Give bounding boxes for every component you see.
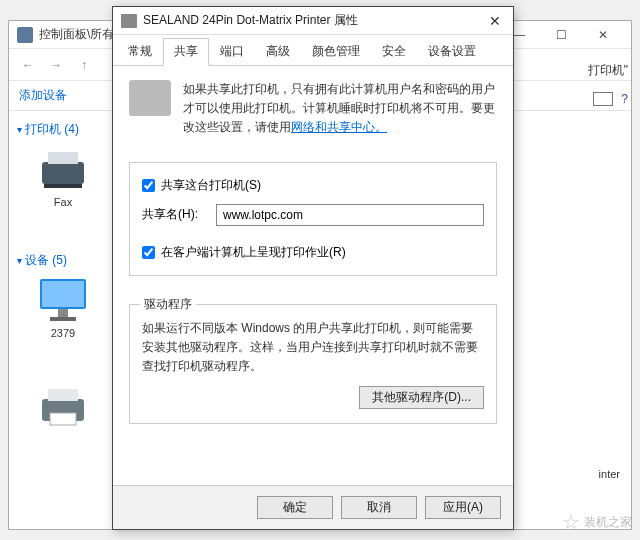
tab-security[interactable]: 安全: [371, 38, 417, 66]
monitor-icon: [36, 277, 90, 325]
tab-sharing[interactable]: 共享: [163, 38, 209, 66]
svg-rect-1: [48, 152, 78, 164]
tab-strip: 常规 共享 端口 高级 颜色管理 安全 设备设置: [113, 35, 513, 66]
fax-label: Fax: [54, 196, 72, 208]
printer-small-icon: [121, 14, 137, 28]
tab-general[interactable]: 常规: [117, 38, 163, 66]
view-icon[interactable]: [593, 92, 613, 106]
watermark: ☆ 装机之家: [562, 510, 632, 534]
share-name-input[interactable]: [216, 204, 484, 226]
star-icon: ☆: [562, 510, 580, 534]
tab-color[interactable]: 颜色管理: [301, 38, 371, 66]
svg-rect-6: [50, 317, 76, 321]
help-icon[interactable]: ?: [621, 92, 628, 106]
tab-ports[interactable]: 端口: [209, 38, 255, 66]
dialog-titlebar: SEALAND 24Pin Dot-Matrix Printer 属性 ✕: [113, 7, 513, 35]
svg-rect-0: [42, 162, 84, 184]
bg-title: 控制面板\所有: [39, 26, 114, 43]
printer-icon: [36, 385, 90, 429]
maximize-button[interactable]: ☐: [541, 25, 581, 45]
network-sharing-link[interactable]: 网络和共享中心。: [291, 120, 387, 134]
close-button[interactable]: ✕: [583, 25, 623, 45]
dialog-close-button[interactable]: ✕: [485, 13, 505, 29]
device-printer-s[interactable]: [17, 383, 109, 431]
tab-advanced[interactable]: 高级: [255, 38, 301, 66]
drivers-section: 驱动程序 如果运行不同版本 Windows 的用户共享此打印机，则可能需要安装其…: [129, 304, 497, 425]
cancel-button[interactable]: 取消: [341, 496, 417, 519]
ok-button[interactable]: 确定: [257, 496, 333, 519]
info-printer-icon: [129, 80, 171, 116]
drivers-legend: 驱动程序: [140, 296, 196, 313]
svg-rect-4: [42, 281, 84, 307]
add-device-button[interactable]: 添加设备: [19, 87, 67, 104]
render-client-checkbox[interactable]: [142, 246, 155, 259]
printer-properties-dialog: SEALAND 24Pin Dot-Matrix Printer 属性 ✕ 常规…: [112, 6, 514, 530]
drivers-text: 如果运行不同版本 Windows 的用户共享此打印机，则可能需要安装其他驱动程序…: [142, 319, 484, 377]
device-fax[interactable]: Fax: [17, 146, 109, 208]
control-panel-icon: [17, 27, 33, 43]
share-printer-label: 共享这台打印机(S): [161, 177, 261, 194]
apply-button[interactable]: 应用(A): [425, 496, 501, 519]
sharing-section: 共享这台打印机(S) 共享名(H): 在客户端计算机上呈现打印作业(R): [129, 162, 497, 276]
devices-header[interactable]: 设备 (5): [17, 252, 109, 269]
printers-header[interactable]: 打印机 (4): [17, 121, 109, 138]
render-client-label: 在客户端计算机上呈现打印作业(R): [161, 244, 346, 261]
svg-rect-5: [58, 309, 68, 317]
share-name-label: 共享名(H):: [142, 206, 206, 223]
dialog-footer: 确定 取消 应用(A): [113, 485, 513, 529]
tab-body: 如果共享此打印机，只有拥有此计算机用户名和密码的用户才可以使用此打印机。计算机睡…: [113, 66, 513, 434]
search-suffix: 打印机": [588, 62, 628, 79]
fax-icon: [36, 148, 90, 192]
additional-drivers-button[interactable]: 其他驱动程序(D)...: [359, 386, 484, 409]
remote-label: inter: [599, 468, 620, 480]
device-monitor[interactable]: 2379: [17, 277, 109, 339]
device-pane: 打印机 (4) Fax 设备 (5) 237: [9, 113, 117, 453]
svg-rect-2: [44, 184, 82, 188]
view-icons: ?: [593, 92, 628, 106]
tab-device-settings[interactable]: 设备设置: [417, 38, 487, 66]
svg-rect-9: [50, 413, 76, 425]
up-icon[interactable]: ↑: [73, 54, 95, 76]
monitor-label: 2379: [51, 327, 75, 339]
svg-rect-8: [48, 389, 78, 401]
sharing-info-text: 如果共享此打印机，只有拥有此计算机用户名和密码的用户才可以使用此打印机。计算机睡…: [183, 80, 497, 138]
dialog-title: SEALAND 24Pin Dot-Matrix Printer 属性: [143, 12, 358, 29]
back-icon[interactable]: ←: [17, 54, 39, 76]
forward-icon[interactable]: →: [45, 54, 67, 76]
share-printer-checkbox[interactable]: [142, 179, 155, 192]
